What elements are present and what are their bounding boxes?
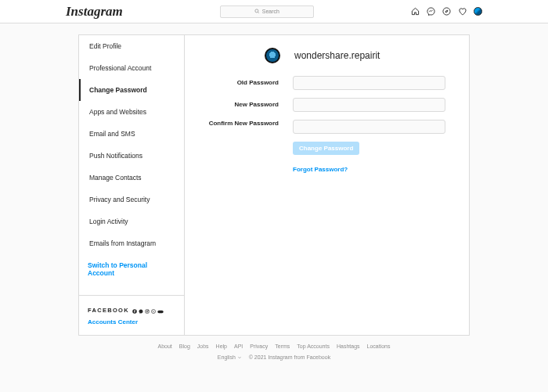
search-placeholder: Search [262,9,279,14]
profile-header: wondershare.repairit [265,48,445,63]
sidebar-item-professional-account[interactable]: Professional Account [79,57,184,79]
old-password-input[interactable] [293,76,445,90]
top-navbar: Instagram Search [0,0,548,23]
accounts-center-link[interactable]: Accounts Center [88,318,175,325]
new-password-label: New Password [208,98,279,109]
instagram-small-icon [145,308,150,313]
messenger-icon[interactable] [427,7,435,16]
sidebar-item-push-notifications[interactable]: Push Notifications [79,145,184,167]
sidebar-footer: FACEBOOK Accounts Center [79,295,184,335]
svg-point-2 [443,8,450,15]
sidebar-item-apps-websites[interactable]: Apps and Websites [79,101,184,123]
messenger-small-icon [139,308,143,313]
nav-icons [411,7,482,16]
footer-link-terms[interactable]: Terms [275,343,290,349]
instagram-logo[interactable]: Instagram [66,4,123,20]
svg-point-6 [146,311,148,312]
copyright-text: © 2021 Instagram from Facebook [249,354,330,360]
switch-account-link[interactable]: Switch to Personal Account [79,254,184,284]
sidebar-item-manage-contacts[interactable]: Manage Contacts [79,167,184,189]
username-text: wondershare.repairit [294,50,380,61]
page-footer: About Blog Jobs Help API Privacy Terms T… [78,343,470,360]
sidebar-item-login-activity[interactable]: Login Activity [79,210,184,232]
svg-point-8 [151,309,155,313]
confirm-password-label: Confirm New Password [208,120,279,128]
svg-line-1 [258,12,258,13]
new-password-input[interactable] [293,98,445,112]
profile-avatar[interactable] [265,48,280,63]
facebook-label: FACEBOOK [88,307,162,314]
footer-link-help[interactable]: Help [216,343,227,349]
chevron-down-icon [237,355,242,360]
forgot-password-link[interactable]: Forgot Password? [293,166,445,173]
facebook-icon [132,308,137,313]
search-input[interactable]: Search [220,5,314,18]
footer-link-privacy[interactable]: Privacy [250,343,268,349]
sidebar-item-email-sms[interactable]: Email and SMS [79,123,184,145]
settings-container: Edit Profile Professional Account Change… [78,34,470,336]
explore-icon[interactable] [442,7,451,16]
confirm-password-input[interactable] [293,120,445,134]
old-password-label: Old Password [208,76,279,87]
language-selector[interactable]: English [218,354,242,360]
footer-link-locations[interactable]: Locations [367,343,391,349]
sidebar-item-edit-profile[interactable]: Edit Profile [79,35,184,57]
change-password-button[interactable]: Change Password [293,142,359,155]
home-icon[interactable] [411,7,420,16]
profile-avatar-icon[interactable] [474,7,482,16]
footer-link-hashtags[interactable]: Hashtags [337,343,360,349]
svg-marker-3 [445,10,448,13]
footer-link-top-accounts[interactable]: Top Accounts [297,343,330,349]
footer-link-jobs[interactable]: Jobs [197,343,209,349]
footer-links: About Blog Jobs Help API Privacy Terms T… [78,343,470,349]
svg-point-0 [255,9,258,13]
sidebar-item-privacy-security[interactable]: Privacy and Security [79,189,184,210]
activity-icon[interactable] [458,7,467,16]
settings-sidebar: Edit Profile Professional Account Change… [79,35,185,335]
footer-link-api[interactable]: API [234,343,243,349]
sidebar-item-change-password[interactable]: Change Password [79,79,184,101]
main-content: wondershare.repairit Old Password New Pa… [185,35,469,335]
footer-link-about[interactable]: About [157,343,171,349]
whatsapp-icon [151,308,156,313]
svg-point-7 [148,310,149,311]
footer-link-blog[interactable]: Blog [179,343,190,349]
sidebar-item-emails-instagram[interactable]: Emails from Instagram [79,232,184,254]
oculus-icon [157,308,162,313]
svg-rect-9 [157,310,163,312]
search-icon [254,9,260,14]
